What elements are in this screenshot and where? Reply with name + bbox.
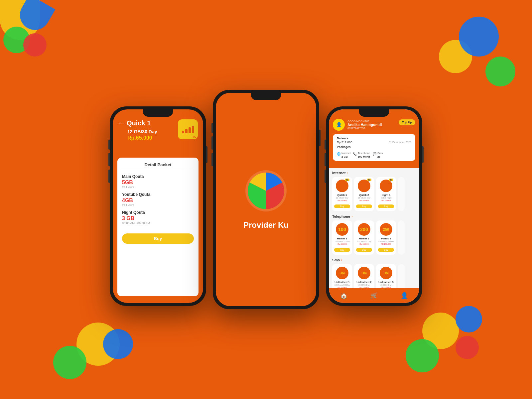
phone-right-right-btn [422, 146, 424, 163]
deco-bottom-right-green [406, 339, 439, 372]
deco-bottom-left-green [53, 346, 86, 379]
sms-section-title: Sms [332, 258, 340, 262]
internet-card-1-price: RP.65.000 [334, 200, 350, 201]
internet-label: Internet [341, 152, 350, 155]
internet-circle-1: 4G [336, 180, 348, 192]
main-quota-label: Main Qouta [122, 174, 194, 179]
phone-right-left-btn-3 [325, 170, 326, 183]
pkg-telephone: 📞 Telephone 100 Menit [353, 149, 370, 158]
internet-circle-2: 4G [358, 180, 370, 192]
right-content: Internet › 4G Quick 1 12 GB/30 Day RP.65… [329, 168, 419, 288]
app-logo [244, 169, 288, 212]
main-quota-value: 5GB [122, 180, 194, 186]
sms-card-3-desc: 1500/30 Day [378, 284, 394, 286]
sms-circle-3: UM [380, 267, 392, 279]
deco-top-left-red [23, 33, 47, 57]
sms-card-4 [398, 264, 405, 288]
sms-card-3: UM Unlimitied 3 1500/30 Day RP.65.000 Bu… [376, 264, 396, 288]
sms-value: 25 [377, 155, 383, 158]
cart-nav-icon[interactable]: 🛒 [370, 292, 378, 299]
internet-buy-btn-2[interactable]: Buy [356, 204, 372, 208]
telephone-card-2: 200 Hemat 2 200 Menit/3 Day Rp.55.000 Bu… [354, 220, 374, 255]
internet-buy-btn-1[interactable]: Buy [334, 204, 350, 208]
internet-section-header: Internet › [332, 171, 416, 175]
sms-label: Sms [377, 152, 383, 155]
balance-date: 31 Desember 2020 [389, 141, 411, 144]
left-screen-title: Quick 1 [127, 119, 151, 127]
right-nav: 🏠 🛒 👤 [329, 288, 419, 303]
top-up-button[interactable]: Top Up [399, 119, 415, 125]
user-name: Andika Hastogumdi [347, 123, 382, 127]
night-quota-sub: 00:00 AM - 06:30 AM [122, 221, 194, 225]
sms-card-1-name: Unlimitied 1 [334, 281, 350, 284]
sms-card-3-name: Unlimitied 3 [378, 281, 394, 284]
phone-right-left-btn-2 [325, 153, 326, 166]
balance-amount: Rp.512.000 [337, 141, 352, 144]
phone-right: 👤 GOOD MORNING Andika Hastogumdi 0857774… [326, 106, 422, 306]
badge-4g-2: 4G [367, 179, 371, 181]
deco-bottom-left-blue [103, 329, 133, 359]
right-screen: 👤 GOOD MORNING Andika Hastogumdi 0857774… [329, 109, 419, 303]
phone-left-btn-2 [108, 153, 110, 166]
phone-right-notch [359, 109, 389, 117]
telephone-buy-btn-1[interactable]: Buy [334, 248, 350, 252]
telephone-circle-2: 200 [358, 223, 370, 236]
telephone-arrow-icon[interactable]: › [351, 215, 352, 218]
telephone-buy-btn-2[interactable]: Buy [356, 248, 372, 252]
internet-card-2: 4G Quick 2 15 GB/30 Day RP.85.000 Buy [354, 177, 374, 211]
phone-center-right-btn [319, 130, 321, 146]
buy-button[interactable]: Buy [122, 233, 194, 244]
internet-card-3: 4G Night 1 5GB/1 Night RP.22.000 Buy [376, 177, 396, 211]
phones-container: ← Quick 1 12 GB/30 Day Rp.65.000 4G Deta… [50, 90, 482, 309]
right-header: 👤 GOOD MORNING Andika Hastogumdi 0857774… [329, 109, 419, 168]
internet-icon: 🌐 [337, 152, 340, 156]
home-nav-icon[interactable]: 🏠 [340, 292, 347, 299]
telephone-card-3-name: Panas 1 [378, 237, 394, 240]
youtube-quota-value: 4GB [122, 198, 194, 203]
telephone-packages-grid: 100 Hemat 1 100 Menit /2 Day Rp.35.000 B… [332, 220, 416, 255]
phone-right-btn [206, 146, 207, 163]
telephone-card-2-price: Rp.55.000 [356, 243, 372, 245]
back-arrow-icon[interactable]: ← [118, 120, 124, 127]
telephone-card-2-name: Hemat 2 [356, 237, 372, 240]
sms-card-2-name: Unlimitied 2 [356, 281, 372, 284]
user-avatar: 👤 [333, 119, 345, 131]
internet-section-title: Internet [332, 171, 345, 175]
internet-card-2-price: RP.85.000 [356, 200, 372, 201]
packages-label: Packages [337, 145, 411, 149]
internet-arrow-icon[interactable]: › [347, 171, 348, 175]
phone-left-btn-1 [108, 140, 110, 150]
phone-left: ← Quick 1 12 GB/30 Day Rp.65.000 4G Deta… [110, 106, 206, 306]
sms-icon: 💬 [373, 152, 376, 156]
telephone-card-3-price: RP.100.000 [378, 243, 394, 245]
internet-card-4 [398, 177, 405, 211]
detail-card-title: Detail Packet [122, 162, 194, 170]
deco-bottom-right-red [456, 336, 479, 359]
left-screen: ← Quick 1 12 GB/30 Day Rp.65.000 4G Deta… [113, 109, 203, 303]
sms-section-header: Sms › [332, 258, 416, 262]
greeting-text: GOOD MORNING [347, 120, 382, 123]
profile-nav-icon[interactable]: 👤 [401, 292, 408, 299]
signal-bars [182, 126, 194, 133]
telephone-card-1-price: Rp.35.000 [334, 243, 350, 245]
internet-buy-btn-3[interactable]: Buy [378, 204, 394, 208]
deco-top-right-blue [459, 17, 499, 57]
phone-center-left-btn-2 [211, 136, 213, 150]
telephone-buy-btn-3[interactable]: Buy [378, 248, 394, 252]
pkg-internet: 🌐 Internet 2 GB [337, 149, 350, 158]
pkg-sms: 💬 Sms 25 [373, 149, 383, 158]
sms-arrow-icon[interactable]: › [341, 258, 342, 262]
youtube-quota-label: Youtube Qouta [122, 192, 194, 197]
badge-4g-3: 4G [389, 179, 393, 181]
sms-card-1-desc: 1000 sms/30 Day [334, 284, 350, 286]
internet-card-3-name: Night 1 [378, 194, 394, 197]
sms-card-2-desc: 2000/30 Day [356, 284, 372, 286]
phone-center: Provider Ku [213, 90, 319, 309]
center-screen: Provider Ku [216, 93, 316, 306]
telephone-card-4 [398, 220, 405, 255]
telephone-card-3-desc: 250 Menit/30 Day [378, 240, 394, 242]
balance-card: Balance Rp.512.000 31 Desember 2020 Pack… [333, 134, 415, 161]
detail-row-main: Main Qouta 5GB 24 Hours [122, 174, 194, 189]
telephone-section-header: Telephone › [332, 214, 416, 218]
packages-row: 🌐 Internet 2 GB 📞 Telephone 1 [337, 149, 411, 158]
